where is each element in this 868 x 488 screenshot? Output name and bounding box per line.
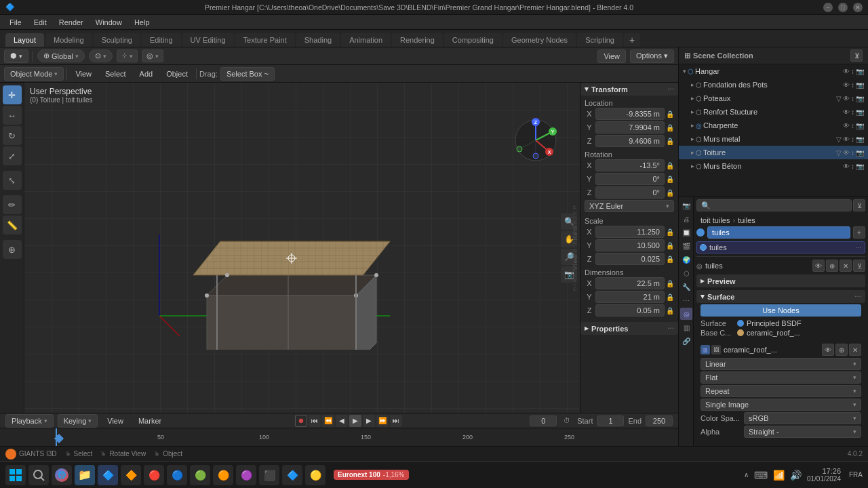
outliner-hangar[interactable]: ▾ ⬡ Hangar 👁 ↕ 📷 — [679, 64, 868, 78]
loc-z-field[interactable]: 9.4606 m — [595, 135, 665, 147]
prev-keyframe-btn[interactable]: ◀ — [336, 415, 348, 427]
outliner-poteaux[interactable]: ▸ ⬡ Poteaux ▽ 👁 ↕ 📷 — [679, 92, 868, 105]
tab-layout[interactable]: Layout — [5, 33, 44, 47]
timeline-ruler[interactable]: 0 50 100 150 200 250 — [0, 428, 678, 446]
scale-x-lock[interactable]: 🔒 — [666, 228, 674, 236]
volume-icon[interactable]: 🔊 — [790, 470, 802, 481]
rot-z-lock[interactable]: 🔒 — [666, 189, 674, 197]
object-mode-dropdown[interactable]: Object Mode ▾ — [4, 67, 64, 81]
dim-z-lock[interactable]: 🔒 — [666, 307, 674, 314]
object-menu[interactable]: Object — [161, 68, 193, 79]
keyboard-icon[interactable]: ⌨ — [754, 470, 768, 481]
start-frame-field[interactable]: 1 — [597, 415, 624, 426]
tab-texture-paint[interactable]: Texture Paint — [235, 33, 295, 47]
rot-z-field[interactable]: 0° — [595, 186, 665, 199]
prop-material-icon[interactable]: ◎ — [680, 308, 692, 320]
menu-window[interactable]: Window — [90, 17, 127, 28]
taskbar-app6[interactable]: 🟠 — [213, 465, 233, 485]
jump-start-btn[interactable]: ⏮ — [309, 415, 321, 427]
add-menu[interactable]: Add — [134, 68, 159, 79]
play-btn[interactable]: ▶ — [349, 415, 361, 427]
scale-y-lock[interactable]: 🔒 — [666, 242, 674, 249]
menu-file[interactable]: File — [4, 17, 27, 28]
taskbar-app9[interactable]: 🔷 — [282, 465, 302, 485]
renfort-vis[interactable]: 👁 — [843, 108, 850, 116]
prop-constraints-icon[interactable]: 🔗 — [680, 335, 692, 347]
end-frame-field[interactable]: 250 — [646, 415, 673, 426]
tab-uv-editing[interactable]: UV Editing — [182, 33, 234, 47]
editor-type-button[interactable]: ⬢ ▾ — [4, 49, 28, 63]
material-name-field[interactable]: tuiles — [707, 226, 850, 239]
murs-metal-render[interactable]: 📷 — [856, 136, 864, 143]
taskbar-app10[interactable]: 🟡 — [305, 465, 326, 485]
options-button[interactable]: Options ▾ — [630, 49, 674, 63]
properties-options[interactable]: ⋯ — [667, 325, 674, 332]
tab-editing[interactable]: Editing — [142, 33, 181, 47]
loc-y-lock[interactable]: 🔒 — [666, 124, 674, 131]
charpente-restrict[interactable]: ↕ — [851, 122, 854, 129]
mat-unlink-btn[interactable]: ✕ — [840, 260, 852, 272]
use-nodes-btn[interactable]: Use Nodes — [701, 304, 861, 317]
prop-modifier-icon[interactable]: 🔧 — [680, 281, 692, 293]
murs-beton-restrict[interactable]: ↕ — [851, 163, 854, 170]
rot-y-lock[interactable]: 🔒 — [666, 176, 674, 183]
scale-x-field[interactable]: 11.250 — [595, 226, 665, 238]
toiture-vis[interactable]: 👁 — [843, 149, 850, 157]
tool-move[interactable]: ↔ — [3, 106, 22, 125]
loc-y-field[interactable]: 7.9904 m — [595, 121, 665, 134]
select-box-dropdown[interactable]: Select Box ~ — [220, 67, 275, 81]
tab-animation[interactable]: Animation — [341, 33, 391, 47]
prop-scene-icon[interactable]: 🎬 — [680, 240, 692, 252]
breadcrumb-child[interactable]: tuiles — [738, 216, 755, 224]
charpente-vis[interactable]: 👁 — [843, 122, 850, 129]
outliner-murs-metal[interactable]: ▸ ⬡ Murs metal ▽ 👁 ↕ 📷 — [679, 132, 868, 146]
clock[interactable]: 17:26 01/01/2024 — [807, 467, 841, 483]
wifi-icon[interactable]: 📶 — [773, 470, 785, 481]
outliner-renfort[interactable]: ▸ ⬡ Renfort Stucture 👁 ↕ 📷 — [679, 105, 868, 119]
scale-z-lock[interactable]: 🔒 — [666, 256, 674, 263]
murs-beton-vis[interactable]: 👁 — [843, 163, 850, 170]
3d-viewport[interactable]: User Perspective (0) Toiture | toit tuil… — [24, 83, 580, 413]
props-search-input[interactable] — [696, 199, 852, 211]
renfort-render[interactable]: 📷 — [856, 108, 864, 116]
hangar-render[interactable]: 📷 — [856, 68, 864, 75]
pivot-dropdown[interactable]: ⊙ ▾ — [89, 49, 113, 62]
preview-header[interactable]: ▸ Preview — [696, 274, 865, 287]
prop-object-icon[interactable]: ⬡ — [680, 267, 692, 279]
tool-annotate[interactable]: ✏ — [3, 195, 22, 214]
step-back-btn[interactable]: ⏪ — [322, 415, 334, 427]
rot-x-field[interactable]: -13.5° — [595, 159, 665, 171]
taskbar-app3[interactable]: 🔴 — [144, 465, 164, 485]
tool-measure[interactable]: 📏 — [3, 216, 22, 235]
taskbar-app7[interactable]: 🟣 — [236, 465, 256, 485]
proportional-button[interactable]: ◎ ▾ — [142, 49, 163, 62]
taskbar-browser-btn[interactable]: 🌐 — [52, 465, 72, 485]
img-node-browse[interactable]: 👁 — [822, 344, 834, 356]
prop-output-icon[interactable]: 🖨 — [680, 213, 692, 225]
dim-x-field[interactable]: 22.5 m — [595, 277, 665, 289]
select-menu[interactable]: Select — [100, 68, 132, 79]
fondation-restrict[interactable]: ↕ — [851, 81, 854, 89]
poteaux-vis[interactable]: 👁 — [843, 95, 850, 102]
img-node-copy[interactable]: ⊕ — [835, 344, 848, 356]
tab-compositing[interactable]: Compositing — [444, 33, 502, 47]
breadcrumb-root[interactable]: toit tuiles — [701, 216, 730, 224]
snap-button[interactable]: ⁘ ▾ — [117, 49, 138, 62]
rotation-mode-dropdown[interactable]: XYZ Euler ▾ — [585, 200, 674, 212]
transform-options[interactable]: ⋯ — [667, 85, 674, 93]
slot-options[interactable]: ⋯ — [855, 244, 862, 251]
mat-filter-btn[interactable]: ⊻ — [853, 260, 865, 272]
prop-view-layer-icon[interactable]: 🔲 — [680, 226, 692, 239]
dim-y-field[interactable]: 21 m — [595, 291, 665, 303]
murs-metal-vis[interactable]: 👁 — [843, 136, 850, 143]
view-settings-button[interactable]: View — [597, 49, 626, 63]
img-node-unlink[interactable]: ✕ — [849, 344, 861, 356]
loc-z-lock[interactable]: 🔒 — [666, 138, 674, 145]
taskbar-blender-btn[interactable]: 🔷 — [98, 465, 118, 485]
jump-end-btn[interactable]: ⏭ — [390, 415, 402, 427]
murs-metal-restrict[interactable]: ↕ — [851, 136, 854, 143]
minimize-button[interactable]: − — [823, 3, 833, 12]
viewport-gizmo[interactable]: Z Y X — [512, 117, 559, 164]
outliner-murs-beton[interactable]: ▸ ⬡ Murs Béton 👁 ↕ 📷 — [679, 159, 868, 173]
tool-transform[interactable]: ⤡ — [3, 171, 22, 190]
